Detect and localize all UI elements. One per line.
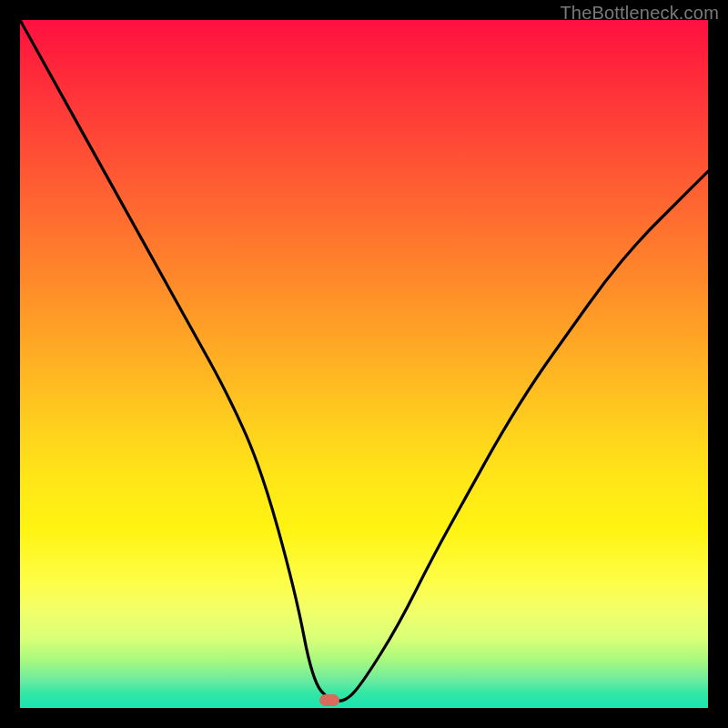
optimum-marker	[319, 694, 339, 706]
curve-path	[20, 20, 708, 701]
plot-area	[20, 20, 708, 708]
bottleneck-curve	[20, 20, 708, 708]
watermark-text: TheBottleneck.com	[560, 3, 719, 24]
chart-frame: TheBottleneck.com	[0, 0, 728, 728]
